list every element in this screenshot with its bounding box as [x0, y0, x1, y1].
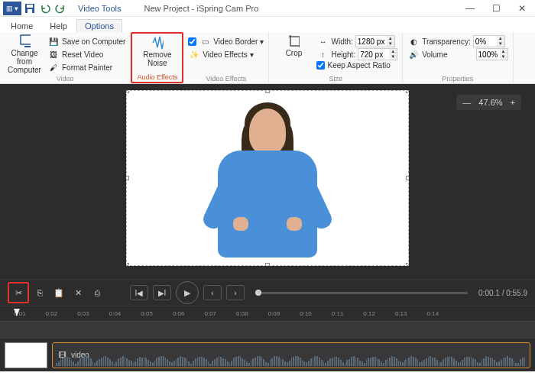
next-frame-button[interactable]: ▶I	[153, 285, 171, 300]
titlebar: ▥ ▾ Video Tools New Project - iSpring Ca…	[0, 0, 535, 17]
format-painter-button[interactable]: 🖌Format Painter	[47, 61, 125, 73]
dropdown-icon[interactable]: ▾	[260, 37, 264, 46]
preview-stage: — 47.6% +	[0, 84, 535, 279]
border-icon: ▭	[199, 35, 211, 47]
resize-handle[interactable]	[126, 176, 129, 180]
transparency-field: ◐ Transparency: ▲▼	[407, 35, 507, 47]
resize-handle[interactable]	[126, 263, 129, 266]
up-arrow-icon[interactable]: ▲	[389, 49, 397, 54]
delete-button[interactable]: ✕	[70, 284, 86, 301]
timeline-ruler[interactable]: 0:010:020:030:040:050:060:070:080:090:10…	[0, 306, 535, 321]
group-properties: ◐ Transparency: ▲▼ 🔊 Volume ▲▼ Propertie…	[403, 32, 513, 83]
zoom-in-button[interactable]: +	[511, 98, 515, 107]
quick-access-toolbar: ▥ ▾	[0, 2, 70, 15]
noise-icon	[151, 37, 164, 49]
remove-noise-button[interactable]: Remove Noise	[138, 35, 177, 67]
seek-bar[interactable]	[255, 292, 468, 294]
volume-spinner[interactable]: ▲▼	[476, 48, 508, 60]
save-icon[interactable]	[23, 2, 37, 15]
reset-video-button[interactable]: 🖼Reset Video	[47, 48, 125, 60]
width-spinner[interactable]: ▲▼	[355, 35, 395, 47]
window-title: New Project - iSpring Cam Pro	[128, 4, 457, 13]
save-icon: 💾	[47, 35, 60, 47]
group-label-size: Size	[329, 75, 343, 83]
undo-icon[interactable]	[38, 2, 52, 15]
maximize-button[interactable]: ☐	[483, 0, 509, 17]
svg-rect-3	[21, 35, 31, 44]
crop-button[interactable]: Crop	[274, 34, 313, 57]
group-label-videoeffects: Video Effects	[206, 75, 247, 83]
svg-rect-1	[27, 5, 33, 8]
resize-handle[interactable]	[265, 263, 270, 266]
ruler-tick: 0:07	[204, 310, 216, 317]
height-spinner[interactable]: ▲▼	[358, 48, 397, 60]
width-field: ↔ Width: ▲▼	[316, 35, 397, 47]
group-label-properties: Properties	[442, 75, 473, 83]
step-back-button[interactable]: ‹	[203, 285, 222, 300]
zoom-out-button[interactable]: —	[462, 98, 471, 107]
video-track: 🎞 video	[0, 338, 535, 371]
ruler-tick: 0:13	[395, 310, 407, 317]
resize-handle[interactable]	[406, 176, 409, 180]
reset-icon: 🖼	[47, 48, 60, 60]
qat-menu-button[interactable]: ▥ ▾	[3, 2, 21, 15]
video-border-toggle[interactable]: ▭Video Border▾	[188, 35, 264, 47]
close-button[interactable]: ✕	[509, 0, 535, 17]
video-content	[199, 101, 336, 265]
tab-help[interactable]: Help	[42, 20, 75, 32]
effects-icon: ✨	[188, 48, 200, 60]
cut-button[interactable]: ✂	[10, 284, 27, 301]
track-spacer	[0, 321, 535, 338]
play-button[interactable]: ▶	[176, 281, 199, 304]
group-video: Change from Computer 💾Save on Computer 🖼…	[0, 32, 131, 83]
copy-button[interactable]: ⎘	[31, 284, 48, 301]
video-effects-button[interactable]: ✨Video Effects▾	[188, 48, 264, 60]
group-audio-effects: Remove Noise Audio Effects	[131, 32, 183, 83]
waveform	[53, 357, 530, 366]
volume-field: 🔊 Volume ▲▼	[407, 48, 507, 60]
transparency-spinner[interactable]: ▲▼	[473, 35, 505, 47]
contextual-tab-label: Video Tools	[70, 4, 128, 13]
ruler-tick: 0:11	[332, 310, 344, 317]
zoom-control: — 47.6% +	[456, 95, 521, 110]
remove-noise-label: Remove Noise	[138, 50, 177, 67]
ribbon: Change from Computer 💾Save on Computer 🖼…	[0, 32, 535, 84]
ruler-tick: 0:05	[141, 310, 153, 317]
resize-handle[interactable]	[406, 263, 409, 266]
zoom-level: 47.6%	[478, 98, 502, 107]
resize-handle[interactable]	[126, 90, 129, 93]
ruler-tick: 0:12	[363, 310, 375, 317]
redo-icon[interactable]	[54, 2, 67, 15]
svg-rect-2	[28, 9, 32, 13]
volume-icon: 🔊	[407, 48, 420, 60]
svg-rect-4	[24, 46, 31, 47]
tab-options[interactable]: Options	[76, 19, 122, 32]
group-label-video: Video	[57, 75, 74, 83]
paste-button[interactable]: 📋	[50, 284, 67, 301]
down-arrow-icon[interactable]: ▼	[387, 41, 394, 47]
ruler-tick: 0:02	[46, 310, 58, 317]
video-clip[interactable]: 🎞 video	[52, 342, 530, 368]
keep-aspect-checkbox[interactable]: Keep Aspect Ratio	[316, 61, 397, 70]
tab-home[interactable]: Home	[3, 20, 41, 32]
up-arrow-icon[interactable]: ▲	[387, 36, 394, 41]
width-icon: ↔	[316, 35, 329, 47]
playback-bar: ✂ ⎘ 📋 ✕ ⎙ I◀ ▶I ▶ ‹ › 0:00.1 / 0:55.9	[0, 279, 535, 306]
ruler-tick: 0:10	[300, 310, 312, 317]
prev-frame-button[interactable]: I◀	[130, 285, 148, 300]
video-canvas[interactable]	[126, 90, 409, 266]
height-field: ↕ Height: ▲▼	[316, 48, 397, 60]
change-from-computer-label: Change from Computer	[5, 49, 44, 74]
change-from-computer-button[interactable]: Change from Computer	[5, 34, 44, 74]
minimize-button[interactable]: —	[457, 0, 483, 17]
save-on-computer-button[interactable]: 💾Save on Computer	[47, 35, 125, 47]
resize-handle[interactable]	[406, 90, 409, 93]
clip-thumbnail[interactable]	[5, 342, 47, 368]
step-fwd-button[interactable]: ›	[226, 285, 245, 300]
dropdown-icon[interactable]: ▾	[250, 50, 254, 59]
down-arrow-icon[interactable]: ▼	[389, 54, 397, 60]
split-button[interactable]: ⎙	[89, 284, 105, 301]
ribbon-tabs: Home Help Options	[0, 17, 535, 32]
resize-handle[interactable]	[265, 90, 270, 93]
group-video-effects: ▭Video Border▾ ✨Video Effects▾ Video Eff…	[183, 32, 269, 83]
